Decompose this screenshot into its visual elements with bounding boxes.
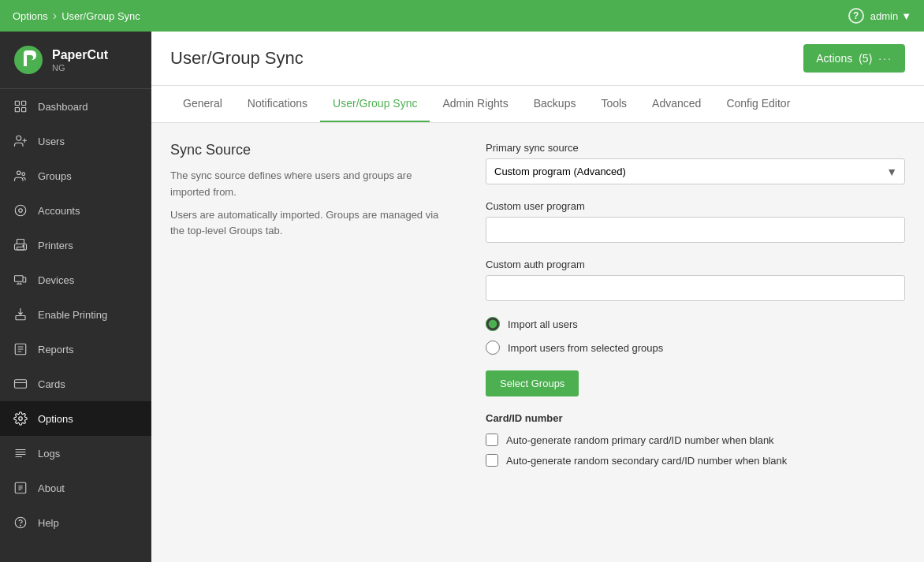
admin-caret-icon: ▼ (901, 10, 911, 22)
select-groups-group: Select Groups (486, 370, 905, 396)
custom-auth-program-group: Custom auth program (486, 259, 905, 301)
select-groups-button[interactable]: Select Groups (486, 370, 579, 396)
main-content: User/Group Sync Actions (5) ··· General … (151, 32, 924, 562)
sidebar-item-help[interactable]: Help (0, 505, 151, 540)
svg-rect-2 (22, 101, 26, 105)
primary-sync-group: Primary sync source Custom program (Adva… (486, 142, 905, 184)
checkbox-primary-label: Auto-generate random primary card/ID num… (506, 434, 774, 446)
help-icon[interactable]: ? (848, 8, 864, 24)
radio-import-selected[interactable]: Import users from selected groups (486, 341, 905, 355)
dashboard-icon (13, 99, 28, 114)
checkbox-primary-input[interactable] (486, 434, 498, 446)
breadcrumb-options[interactable]: Options (13, 10, 48, 22)
sidebar-label-cards: Cards (38, 378, 65, 390)
tab-backups[interactable]: Backups (521, 86, 589, 122)
sidebar-label-groups: Groups (38, 170, 72, 182)
sidebar-label-users: Users (38, 136, 65, 147)
svg-rect-16 (15, 380, 27, 389)
content-grid: Sync Source The sync source defines wher… (170, 142, 905, 467)
tab-admin-rights[interactable]: Admin Rights (430, 86, 520, 122)
sidebar-label-logs: Logs (38, 448, 60, 460)
logo-icon (13, 44, 44, 76)
sidebar-item-options[interactable]: Options (0, 401, 151, 436)
sidebar: PaperCut NG Dashboard Users Groups (0, 32, 151, 562)
svg-rect-11 (17, 247, 24, 250)
tab-general[interactable]: General (170, 86, 235, 122)
sidebar-item-accounts[interactable]: Accounts (0, 193, 151, 228)
logo-sub: NG (52, 63, 108, 73)
svg-point-19 (15, 517, 26, 528)
radio-import-all[interactable]: Import all users (486, 317, 905, 331)
tab-tools[interactable]: Tools (588, 86, 639, 122)
custom-user-program-input[interactable] (486, 217, 905, 243)
sidebar-item-about[interactable]: About (0, 471, 151, 505)
card-id-title: Card/ID number (486, 412, 905, 424)
devices-icon (13, 272, 28, 288)
svg-point-8 (15, 205, 26, 216)
groups-icon (13, 168, 28, 184)
sidebar-label-options: Options (38, 413, 73, 425)
right-panel: Primary sync source Custom program (Adva… (486, 142, 905, 467)
reports-icon (13, 341, 28, 357)
page-header: User/Group Sync Actions (5) ··· (151, 32, 924, 86)
actions-button[interactable]: Actions (5) ··· (803, 44, 905, 73)
svg-point-9 (19, 209, 23, 213)
topbar-right: ? admin ▼ (848, 8, 911, 24)
sidebar-label-enable-printing: Enable Printing (38, 309, 107, 321)
sidebar-item-logs[interactable]: Logs (0, 436, 151, 471)
radio-import-all-input[interactable] (486, 317, 500, 331)
checkbox-secondary-label: Auto-generate random secondary card/ID n… (506, 455, 787, 467)
printers-icon (13, 237, 28, 253)
logo-area: PaperCut NG (0, 32, 151, 89)
custom-auth-program-input[interactable] (486, 275, 905, 301)
actions-ellipsis: ··· (878, 52, 892, 65)
radio-import-all-label: Import all users (508, 318, 578, 330)
checkbox-secondary-input[interactable] (486, 454, 498, 467)
svg-rect-1 (15, 101, 19, 105)
sidebar-item-dashboard[interactable]: Dashboard (0, 89, 151, 124)
breadcrumb-current: User/Group Sync (61, 10, 140, 22)
primary-sync-label: Primary sync source (486, 142, 905, 154)
primary-sync-select[interactable]: Custom program (Advanced) Standard (LDAP… (486, 158, 905, 184)
content-area: Sync Source The sync source defines wher… (151, 123, 924, 562)
actions-label: Actions (816, 52, 852, 65)
checkbox-secondary-card[interactable]: Auto-generate random secondary card/ID n… (486, 454, 905, 467)
custom-user-program-group: Custom user program (486, 200, 905, 243)
svg-rect-3 (15, 108, 19, 112)
logs-icon (13, 445, 28, 461)
sidebar-label-accounts: Accounts (38, 205, 80, 217)
about-icon (13, 480, 28, 496)
sidebar-item-enable-printing[interactable]: Enable Printing (0, 297, 151, 332)
sidebar-item-users[interactable]: Users (0, 124, 151, 158)
sidebar-item-devices[interactable]: Devices (0, 262, 151, 297)
logo-text-area: PaperCut NG (52, 47, 108, 72)
topbar: Options › User/Group Sync ? admin ▼ (0, 0, 924, 32)
sync-source-desc2: Users are automatically imported. Groups… (170, 207, 454, 240)
tabs-bar: General Notifications User/Group Sync Ad… (151, 86, 924, 123)
breadcrumb: Options › User/Group Sync (13, 9, 140, 23)
accounts-icon (13, 203, 28, 218)
sidebar-item-reports[interactable]: Reports (0, 332, 151, 367)
tab-user-group-sync[interactable]: User/Group Sync (320, 86, 430, 122)
sidebar-item-printers[interactable]: Printers (0, 228, 151, 262)
svg-point-7 (22, 173, 25, 176)
card-id-checkboxes: Auto-generate random primary card/ID num… (486, 434, 905, 467)
logo-name: PaperCut (52, 47, 108, 62)
svg-rect-14 (16, 316, 25, 320)
left-panel: Sync Source The sync source defines wher… (170, 142, 454, 467)
sidebar-label-devices: Devices (38, 274, 74, 286)
sidebar-item-groups[interactable]: Groups (0, 158, 151, 193)
help-nav-icon (13, 515, 28, 530)
sidebar-item-cards[interactable]: Cards (0, 367, 151, 401)
tab-notifications[interactable]: Notifications (235, 86, 320, 122)
svg-point-20 (20, 525, 21, 526)
tab-config-editor[interactable]: Config Editor (713, 86, 803, 122)
checkbox-primary-card[interactable]: Auto-generate random primary card/ID num… (486, 434, 905, 446)
cards-icon (13, 376, 28, 392)
admin-menu[interactable]: admin ▼ (870, 10, 911, 22)
tab-advanced[interactable]: Advanced (639, 86, 713, 122)
sync-source-title: Sync Source (170, 142, 454, 158)
custom-auth-program-label: Custom auth program (486, 259, 905, 270)
radio-import-selected-input[interactable] (486, 341, 500, 355)
svg-rect-10 (17, 240, 24, 244)
